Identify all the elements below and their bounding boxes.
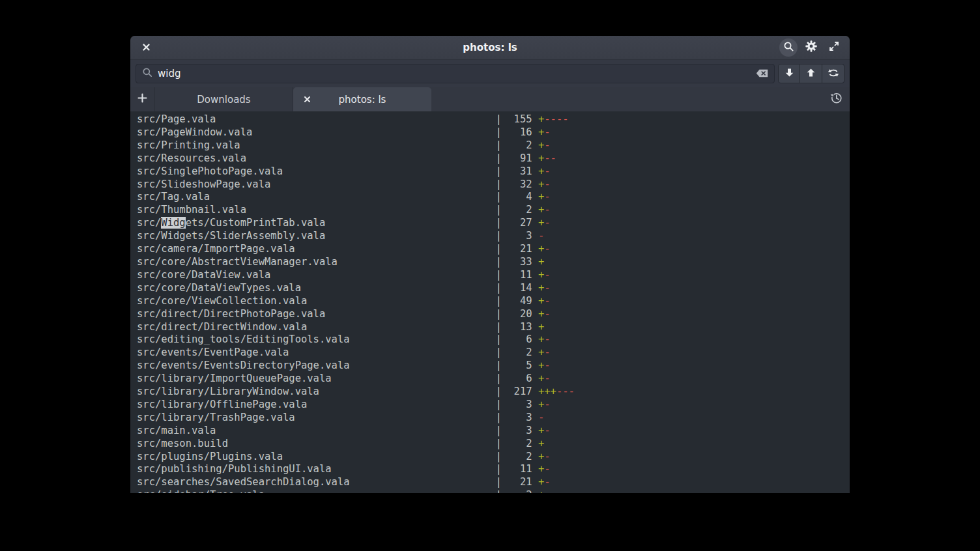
file-name: src/SlideshowPage.vala [137, 178, 496, 190]
tab-bar-spacer [432, 87, 822, 111]
file-name: src/meson.build [137, 438, 496, 449]
history-clock-icon [829, 91, 843, 107]
wrap-around-button[interactable] [822, 64, 844, 83]
diff-stat-row: src/publishing/PublishingUI.vala | 11 +- [137, 463, 850, 476]
deletions-marker: - [544, 373, 550, 384]
tab-downloads[interactable]: Downloads [155, 87, 293, 111]
file-name: src/SinglePhotoPage.vala [137, 165, 496, 177]
diff-stat-row: src/main.vala | 3 +- [137, 425, 850, 438]
deletions-marker: - [544, 360, 550, 371]
insertions-marker: + [538, 321, 544, 333]
search-bar [130, 60, 850, 87]
file-name: src/library/LibraryWindow.vala [137, 386, 496, 397]
search-input[interactable] [158, 68, 751, 79]
deletions-marker: - [544, 295, 550, 307]
new-tab-button[interactable] [130, 87, 155, 111]
deletions-marker: - [538, 230, 544, 242]
deletions-marker: - [544, 476, 550, 488]
file-name: src/core/ViewCollection.vala [137, 295, 496, 307]
deletions-marker: - [544, 308, 550, 320]
insertions-marker: + [538, 360, 544, 371]
settings-button[interactable] [802, 38, 820, 57]
file-name: src/sidebar/Tree.vala [137, 489, 496, 493]
file-name: src/library/ImportQueuePage.vala [137, 373, 496, 384]
diff-stat-row: src/core/AbstractViewManager.vala | 33 + [137, 256, 850, 269]
deletions-marker: - [544, 269, 550, 281]
wrap-around-icon [828, 68, 839, 80]
insertions-marker: + [538, 308, 544, 320]
diff-stat-row: src/SinglePhotoPage.vala | 31 +- [137, 165, 850, 178]
file-name: src/direct/DirectPhotoPage.vala [137, 308, 496, 320]
expand-icon [828, 40, 840, 55]
insertions-marker: + [538, 438, 544, 449]
file-name: src/core/DataViewTypes.vala [137, 282, 496, 294]
deletions-marker: - [544, 333, 550, 345]
deletions-marker: - [544, 165, 550, 177]
insertions-marker: + [538, 204, 544, 216]
window-close-button[interactable] [137, 38, 155, 57]
insertions-marker: + [538, 425, 544, 436]
diff-stat-row: src/Page.vala | 155 +---- [137, 113, 850, 126]
deletions-marker: - [544, 126, 550, 138]
file-name: src/PageWindow.vala [137, 126, 496, 138]
file-name: src/Tag.vala [137, 191, 496, 203]
gear-icon [805, 40, 818, 55]
deletions-marker: - [544, 451, 550, 462]
plus-icon [137, 93, 147, 106]
deletions-marker: - [544, 425, 550, 436]
file-name: src/events/EventsDirectoryPage.vala [137, 360, 496, 371]
diff-stat-row: src/sidebar/Tree.vala | 2 + [137, 489, 850, 493]
magnifier-icon [142, 67, 152, 80]
fullscreen-button[interactable] [825, 38, 843, 57]
file-name: src/Page.vala [137, 113, 496, 125]
diff-stat-row: src/core/DataView.vala | 11 +- [137, 269, 850, 282]
search-icon [783, 41, 794, 55]
close-icon [142, 42, 151, 54]
diff-stat-row: src/Printing.vala | 2 +- [137, 139, 850, 152]
deletions-marker: - [544, 217, 550, 229]
insertions-marker: + [538, 178, 544, 190]
file-name: src/main.vala [137, 425, 496, 436]
tab-bar: Downloads photos: ls [130, 87, 850, 111]
deletions-marker: -- [544, 152, 556, 164]
diff-stat-row: src/Widgets/CustomPrintTab.vala | 27 +- [137, 217, 850, 230]
diff-stat-row: src/direct/DirectPhotoPage.vala | 20 +- [137, 308, 850, 321]
diff-stat-row: src/events/EventPage.vala | 2 +- [137, 346, 850, 360]
file-name: src/core/AbstractViewManager.vala [137, 256, 496, 268]
arrow-up-icon [806, 68, 816, 80]
deletions-marker: - [544, 463, 550, 475]
deletions-marker: - [544, 191, 550, 203]
insertions-marker: + [538, 113, 544, 125]
insertions-marker: + [538, 126, 544, 138]
file-name: src/Resources.vala [137, 152, 496, 164]
insertions-marker: + [538, 333, 544, 345]
tab-label: photos: ls [339, 94, 386, 106]
file-name: src/Thumbnail.vala [137, 204, 496, 216]
backspace-clear-icon[interactable] [756, 68, 768, 80]
diff-stat-row: src/SlideshowPage.vala | 32 +- [137, 178, 850, 191]
titlebar: photos: ls [130, 36, 850, 60]
diff-stat-row: src/core/DataViewTypes.vala | 14 +- [137, 282, 850, 295]
insertions-marker: + [538, 451, 544, 462]
tab-photos-ls[interactable]: photos: ls [293, 87, 431, 111]
search-toggle-button[interactable] [779, 38, 798, 57]
insertions-marker: + [538, 256, 544, 268]
diff-stat-row: src/Widgets/SliderAssembly.vala | 3 - [137, 230, 850, 243]
search-match-highlight: Widg [161, 217, 185, 229]
insertions-marker: + [538, 399, 544, 410]
file-name: src/editing_tools/EditingTools.vala [137, 333, 496, 345]
diff-stat-row: src/Tag.vala | 4 +- [137, 191, 850, 204]
insertions-marker: + [538, 139, 544, 151]
find-previous-button[interactable] [800, 64, 822, 83]
insertions-marker: + [538, 243, 544, 255]
terminal-output[interactable]: src/Page.vala | 155 +----src/PageWindow.… [130, 111, 850, 493]
diff-stat-row: src/library/OfflinePage.vala | 3 +- [137, 399, 850, 412]
deletions-marker: - [544, 139, 550, 151]
insertions-marker: + [538, 476, 544, 488]
diff-stat-row: src/PageWindow.vala | 16 +- [137, 126, 850, 139]
history-button[interactable] [822, 87, 850, 111]
search-entry[interactable] [136, 64, 775, 83]
insertions-marker: + [538, 346, 544, 358]
find-next-button[interactable] [778, 64, 800, 83]
tab-close-button[interactable] [300, 87, 314, 111]
